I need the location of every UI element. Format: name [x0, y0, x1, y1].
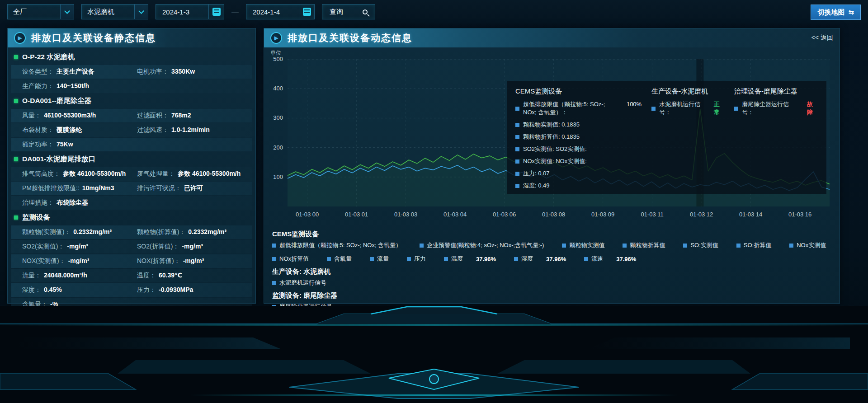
tooltip-item: 超低排放限值（颗拉物:5: SOz-; NOx; 含氧量）：100%	[515, 100, 642, 117]
svg-text:300: 300	[273, 114, 283, 121]
field-value: 布袋除尘器	[57, 199, 88, 207]
footer-decoration	[0, 306, 868, 403]
field-label: NOX(折算值)：	[137, 257, 180, 265]
field-label: 额定功率：	[22, 141, 54, 149]
switch-map-label: 切换地图	[817, 8, 844, 17]
field-label: 生产能力：	[22, 82, 54, 90]
info-cell: 过滤风速：1.0-1.2m/min	[137, 126, 252, 134]
static-info-panel: ▶ 排放口及关联设备静态信息 O-P-22 水泥磨机设备类型：主要生产设备电机功…	[7, 28, 256, 304]
legend-item[interactable]: 温度37.96%	[444, 255, 496, 263]
play-icon: ▶	[270, 32, 282, 44]
legend-square-icon	[515, 135, 519, 139]
field-value: 0.2332mg/m³	[188, 228, 226, 235]
dynamic-panel-title: 排放口及关联设备动态信息	[288, 32, 412, 44]
legend-item[interactable]: 磨尾除尘器运行信号	[272, 303, 332, 311]
info-cell: 湿度：0.45%	[22, 286, 137, 294]
field-label: 排污许可状况：	[137, 184, 181, 192]
tooltip-treatment-signal-label: 磨尾除尘器运行信号：	[742, 100, 799, 117]
legend-item[interactable]: SO:实测值	[683, 241, 718, 249]
tooltip-production-signal-label: 水泥磨机运行信号：	[659, 100, 706, 117]
field-label: NOX(实测值)：	[22, 257, 66, 265]
info-row: 颗粒物(实测值)：0.2332mg/m³颗粒物(折算值)：0.2332mg/m³	[11, 225, 252, 239]
legend-square-icon	[515, 159, 519, 164]
legend-square-icon	[407, 257, 411, 261]
svg-text:01-03 06: 01-03 06	[493, 211, 516, 218]
status-normal: 正常	[714, 100, 724, 117]
field-value: 3350Kw	[171, 68, 195, 75]
legend-item[interactable]: 颗粒物实测值	[562, 241, 604, 249]
field-label: SO2(折算值)：	[137, 243, 179, 251]
info-row: 设备类型：主要生产设备电机功率：3350Kw	[11, 65, 252, 79]
svg-text:01-03 16: 01-03 16	[788, 211, 811, 218]
section-heading: DA001-水泥磨尾排放口	[11, 152, 252, 166]
switch-map-button[interactable]: 切换地图 ⇆	[811, 5, 861, 20]
tooltip-item: 湿度: 0.49	[515, 182, 642, 190]
tooltip-cems-column: CEMS监测设备 超低排放限值（颗拉物:5: SOz-; NOx; 含氧量）：1…	[515, 87, 642, 187]
legend-square-icon	[327, 257, 331, 261]
legend-item[interactable]: 压力	[407, 255, 426, 263]
tooltip-item-label: 超低排放限值（颗拉物:5: SOz-; NOx; 含氧量）：	[523, 100, 611, 117]
info-cell: 排气筒高度：参数 46100-55300m/h	[22, 170, 137, 178]
legend-item[interactable]: SO:折算值	[736, 241, 771, 249]
info-cell: 颗粒物(实测值)：0.2332mg/m³	[22, 228, 137, 236]
legend-item[interactable]: 流量	[370, 255, 389, 263]
info-row: 风量：46100-55300m3/h过滤面积：768m2	[11, 109, 252, 122]
tooltip-treatment-signal: 磨尾除尘器运行信号： 故障	[734, 100, 818, 117]
svg-text:01-03 08: 01-03 08	[542, 211, 565, 218]
legend-item[interactable]: NOx实测值	[789, 241, 826, 249]
legend-square-icon	[444, 257, 448, 261]
field-value: -%	[50, 300, 58, 308]
top-filter-bar: 全厂 水泥磨机 2024-1-3 — 2024-1-4 查询 切换地图 ⇆	[0, 0, 868, 23]
legend-item[interactable]: 超低排放限值（颗拉物:5: SOz-; NOx; 含氧量）	[272, 241, 401, 249]
field-label: 含氧量：	[22, 300, 47, 309]
field-value: 0.2332mg/m³	[73, 228, 112, 235]
field-value: 参数 46100-55300m/h	[63, 170, 126, 178]
info-cell: 颗粒物(折算值)：0.2332mg/m³	[137, 228, 252, 236]
legend-item[interactable]: 湿度37.96%	[514, 255, 566, 263]
info-cell: SO2(折算值)：-mg/m³	[137, 243, 252, 251]
legend-item[interactable]: 含氧量	[327, 255, 352, 263]
section-heading-label: 监测设备	[22, 213, 50, 222]
field-label: 颗粒物(折算值)：	[137, 228, 185, 236]
svg-text:01-03 00: 01-03 00	[296, 211, 319, 218]
query-button[interactable]: 查询	[322, 4, 375, 19]
field-label: 治理措施：	[22, 199, 54, 207]
field-value: 主要生产设备	[57, 68, 94, 76]
legend-item-label: 温度	[451, 255, 463, 263]
device-select[interactable]: 水泥磨机	[81, 4, 148, 19]
tooltip-item: SO2实测值: SO2实测值:	[515, 145, 642, 153]
legend-area: CEMS监测设备 超低排放限值（颗拉物:5: SOz-; NOx; 含氧量）企业…	[264, 224, 840, 311]
section-heading: O-P-22 水泥磨机	[11, 50, 252, 64]
green-square-icon	[14, 216, 18, 220]
legend-item[interactable]: 流速37.96%	[584, 255, 636, 263]
legend-item-label: SO:折算值	[744, 241, 771, 249]
legend-item-label: 磨尾除尘器运行信号	[279, 303, 332, 311]
legend-square-icon	[515, 184, 519, 188]
legend-item[interactable]: 颗粒物折算值	[623, 241, 665, 249]
legend-item[interactable]: NOx折算值	[272, 255, 309, 263]
legend-square-icon	[734, 107, 738, 111]
info-cell: 电机功率：3350Kw	[137, 68, 252, 76]
legend-item[interactable]: 水泥磨机运行信号	[272, 279, 326, 287]
end-date-input[interactable]: 2024-1-4	[246, 4, 315, 19]
green-square-icon	[14, 157, 18, 161]
legend-square-icon	[562, 244, 566, 248]
legend-item-label: 含氧量	[334, 255, 352, 263]
legend-square-icon	[515, 147, 519, 151]
plant-select[interactable]: 全厂	[7, 4, 74, 19]
field-value: -mg/m³	[67, 243, 88, 250]
search-icon	[363, 9, 368, 14]
info-row: 生产能力：140~150t/h	[11, 80, 252, 93]
legend-item[interactable]: 企业预警值(颗粒物:4; sOz-; NOx-;含氧气量:-)	[420, 241, 544, 249]
back-link[interactable]: << 返回	[811, 34, 833, 42]
legend-monitor-heading: 监测设备: 磨尾除尘器	[272, 291, 831, 300]
info-cell: 流量：24048.000m³/h	[22, 272, 137, 280]
start-date-input[interactable]: 2024-1-3	[156, 4, 224, 19]
static-panel-title: 排放口及关联设备静态信息	[31, 32, 156, 44]
plant-select-value: 全厂	[13, 8, 27, 16]
info-cell: 压力：-0.0930MPa	[137, 286, 252, 294]
line-chart: 单位10020030040050001-03 0001-03 0101-03 0…	[264, 47, 840, 224]
svg-text:200: 200	[273, 144, 283, 151]
field-value: 1.0-1.2m/min	[171, 126, 210, 133]
date-range-separator: —	[231, 8, 239, 16]
